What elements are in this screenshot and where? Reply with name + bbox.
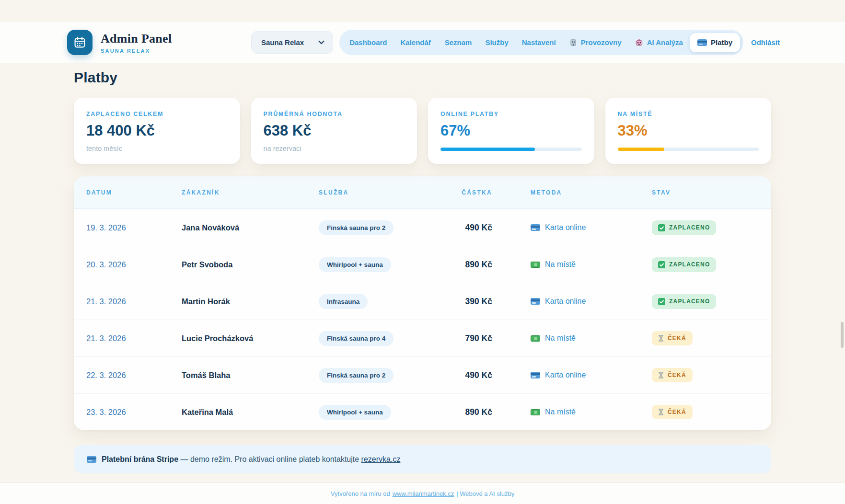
cell-service: Whirlpool + sauna [319, 257, 449, 272]
calendar-icon [67, 30, 93, 55]
cell-date: 21. 3. 2026 [86, 297, 182, 306]
method-label: Karta online [545, 371, 586, 379]
nav-label: Kalendář [401, 38, 431, 46]
app-title: Admin Panel [101, 32, 172, 46]
credit-card-icon [697, 39, 707, 46]
main-nav: Dashboard Kalendář Seznam Služby Nastave… [339, 30, 743, 55]
chevron-down-icon [318, 40, 324, 45]
nav-label: Seznam [445, 38, 472, 46]
org-selector[interactable]: Sauna Relax [251, 31, 333, 54]
table-row[interactable]: 23. 3. 2026 Kateřina Malá Whirlpool + sa… [74, 393, 771, 430]
robot-icon [635, 39, 643, 46]
page-footer: Vytvořeno na míru od www.milanmartinek.c… [0, 482, 845, 504]
stats-row: ZAPLACENO CELKEM 18 400 Kč tento měsíc P… [74, 98, 771, 164]
check-icon [658, 261, 665, 268]
cell-status: ČEKÁ [652, 405, 759, 419]
progress-fill [618, 148, 664, 151]
stat-label: ONLINE PLATBY [440, 111, 582, 117]
stat-subtext: na rezervaci [264, 145, 405, 152]
stat-label: ZAPLACENO CELKEM [86, 111, 228, 117]
nav-label: Nastavení [522, 38, 556, 46]
cell-service: Finská sauna pro 2 [319, 368, 449, 383]
cell-date: 20. 3. 2026 [86, 260, 182, 269]
nav-item-platby-active[interactable]: Platby [690, 33, 740, 52]
building-icon [569, 39, 577, 46]
cell-amount: 390 Kč [449, 297, 531, 307]
cell-amount: 890 Kč [449, 260, 531, 270]
stat-label: NA MÍSTĚ [618, 111, 759, 117]
service-pill: Whirlpool + sauna [319, 405, 391, 420]
cell-amount: 490 Kč [449, 223, 531, 233]
method-label: Na místě [545, 334, 576, 343]
column-header-metoda: METODA [531, 189, 652, 196]
column-header-stav: STAV [652, 189, 759, 196]
cell-status: ZAPLACENO [652, 294, 759, 309]
table-header-row: DATUM ZÁKAZNÍK SLUŽBA ČÁSTKA METODA STAV [74, 176, 771, 209]
nav-item-kalendar[interactable]: Kalendář [394, 33, 438, 52]
stat-card-online-platby: ONLINE PLATBY 67% [428, 98, 594, 164]
column-header-castka: ČÁSTKA [449, 189, 531, 196]
table-row[interactable]: 21. 3. 2026 Lucie Procházková Finská sau… [74, 320, 771, 356]
nav-item-seznam[interactable]: Seznam [438, 33, 479, 52]
status-label: ZAPLACENO [669, 261, 710, 268]
nav-item-dashboard[interactable]: Dashboard [343, 33, 394, 52]
cell-method: Na místě [531, 408, 652, 416]
cell-service: Finská sauna pro 2 [319, 220, 449, 235]
status-badge: ZAPLACENO [652, 257, 716, 272]
cell-date: 23. 3. 2026 [86, 408, 182, 417]
hourglass-icon [658, 372, 664, 378]
nav-item-nastaveni[interactable]: Nastavení [515, 33, 563, 52]
cell-customer: Jana Nováková [182, 223, 319, 232]
notice-text: Platební brána Stripe — demo režim. Pro … [102, 455, 400, 464]
method-label: Na místě [545, 408, 576, 416]
app-subtitle: SAUNA RELAX [101, 48, 172, 54]
status-label: ZAPLACENO [669, 224, 710, 231]
cell-service: Whirlpool + sauna [319, 405, 449, 420]
notice-body: — demo režim. Pro aktivaci online plateb… [181, 455, 359, 463]
top-navigation-bar: Admin Panel SAUNA RELAX Sauna Relax Dash… [0, 22, 845, 63]
cell-method: Karta online [531, 371, 652, 379]
table-row[interactable]: 21. 3. 2026 Martin Horák Infrasauna 390 … [74, 283, 771, 320]
status-badge: ČEKÁ [652, 405, 693, 419]
check-icon [658, 298, 665, 305]
nav-label: Dashboard [349, 38, 387, 46]
column-header-zakaznik: ZÁKAZNÍK [182, 189, 319, 196]
check-icon [658, 224, 665, 231]
cell-method: Karta online [531, 223, 652, 232]
cell-date: 22. 3. 2026 [86, 371, 182, 380]
rezervka-link[interactable]: rezervka.cz [361, 455, 401, 463]
service-pill: Whirlpool + sauna [319, 257, 391, 272]
service-pill: Finská sauna pro 4 [319, 331, 394, 346]
status-label: ZAPLACENO [669, 298, 710, 305]
status-label: ČEKÁ [668, 372, 686, 378]
nav-item-provozovny[interactable]: Provozovny [563, 33, 628, 52]
page-title: Platby [74, 69, 771, 86]
cell-service: Finská sauna pro 4 [319, 331, 449, 346]
footer-prefix: Vytvořeno na míru od [331, 490, 390, 497]
cell-method: Na místě [531, 334, 652, 343]
stat-label: PRŮMĚRNÁ HODNOTA [264, 111, 405, 117]
nav-item-ai-analyza[interactable]: AI Analýza [628, 33, 690, 52]
status-label: ČEKÁ [668, 335, 686, 342]
column-header-sluzba: SLUŽBA [319, 189, 449, 196]
stat-card-prumerna-hodnota: PRŮMĚRNÁ HODNOTA 638 Kč na rezervaci [251, 98, 417, 164]
main-content: Platby ZAPLACENO CELKEM 18 400 Kč tento … [74, 0, 771, 473]
logout-button[interactable]: Odhlásit [751, 38, 780, 46]
cash-icon [531, 409, 540, 415]
org-selector-value: Sauna Relax [261, 38, 304, 46]
stat-value: 67% [440, 122, 582, 139]
credit-card-icon [531, 298, 540, 305]
nav-label: Platby [711, 38, 732, 46]
table-row[interactable]: 22. 3. 2026 Tomáš Blaha Finská sauna pro… [74, 356, 771, 393]
table-row[interactable]: 19. 3. 2026 Jana Nováková Finská sauna p… [74, 209, 771, 246]
table-row[interactable]: 20. 3. 2026 Petr Svoboda Whirlpool + sau… [74, 246, 771, 283]
cell-customer: Kateřina Malá [182, 408, 319, 417]
page-scrollbar-thumb[interactable] [841, 322, 844, 348]
milanmartinek-link[interactable]: www.milanmartinek.cz [393, 490, 454, 497]
cell-amount: 490 Kč [449, 370, 531, 380]
stripe-notice-banner: Platební brána Stripe — demo režim. Pro … [74, 445, 771, 473]
status-badge: ZAPLACENO [652, 220, 716, 235]
nav-item-sluzby[interactable]: Služby [478, 33, 515, 52]
stat-value: 33% [618, 122, 759, 139]
cell-date: 21. 3. 2026 [86, 334, 182, 343]
